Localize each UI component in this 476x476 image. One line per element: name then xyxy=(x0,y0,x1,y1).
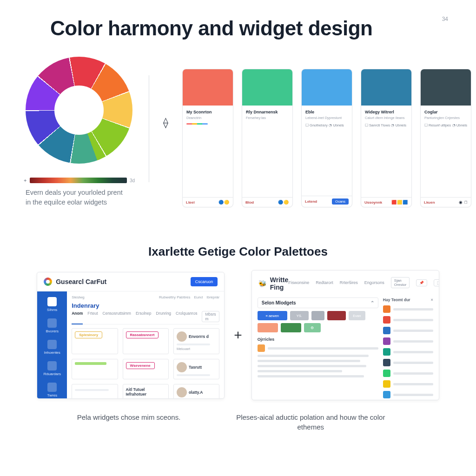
list-item[interactable] xyxy=(383,359,433,366)
list-item[interactable] xyxy=(383,327,433,334)
list-item[interactable] xyxy=(383,380,433,388)
color-chip[interactable] xyxy=(258,323,278,332)
card-swatch xyxy=(361,69,411,106)
grid-cell[interactable]: Tasrutt xyxy=(173,359,219,379)
app1-cta-button[interactable]: Cscaruon xyxy=(191,277,218,286)
sidebar-item[interactable]: Twres xyxy=(47,383,57,397)
sidebar-label: Twres xyxy=(47,393,57,397)
widget-card[interactable]: My Sconrton Deanctrin Lteel🔵🟡 xyxy=(182,69,233,207)
card-subtitle: Calurt dtern lnbnge ileans xyxy=(365,116,408,120)
list-item[interactable] xyxy=(383,305,433,313)
list-color-icon xyxy=(383,380,390,388)
section2-title: Ixarlette Getige Color Palettoes xyxy=(26,245,450,259)
sidebar-label: Inhoentes xyxy=(44,350,60,355)
list-color-icon xyxy=(383,327,390,334)
nav-link[interactable]: Rrteršires xyxy=(340,280,358,285)
sidebar-item[interactable]: Bvorers xyxy=(46,318,59,333)
list-color-icon xyxy=(383,305,390,313)
card-swatch xyxy=(242,69,292,106)
sidebar-icon xyxy=(47,340,57,349)
sidebar-item[interactable]: Inhoentes xyxy=(44,340,60,355)
meta-link[interactable]: Eund xyxy=(194,295,203,299)
widget-card[interactable]: Widegy Witrerl Calurt dtern lnbnge ilean… xyxy=(361,69,412,207)
tab[interactable]: Ersolnep xyxy=(136,311,152,322)
widget-card[interactable]: Eble Lebend-inet Dyprestont ☐ Gnothebsry… xyxy=(301,69,352,207)
tab[interactable]: Crolquanros xyxy=(176,311,197,322)
grid-cell[interactable]: Aitl Tutuel Iefrahotuer xyxy=(123,384,169,398)
sidebar-item[interactable]: Rduardars xyxy=(44,361,61,376)
color-chip[interactable] xyxy=(311,311,324,320)
example-app-2: 🐝 Writte Fing FiswonsineRedtarortRrterši… xyxy=(251,270,439,400)
card-footer: Ussoynnk🟥🟨🟦 xyxy=(361,197,411,207)
list-color-icon xyxy=(383,348,390,356)
tab[interactable]: Censosruttsimm xyxy=(103,311,131,322)
color-chip[interactable]: ≡ aewen xyxy=(258,311,287,320)
nav-pill[interactable]: Sjan Orestor xyxy=(391,277,410,288)
card-title: My Sconrton xyxy=(186,109,229,115)
tab[interactable]: Frteut xyxy=(87,311,98,322)
nav-link[interactable]: Engorsons xyxy=(364,280,384,285)
sidebar-icon xyxy=(47,318,57,328)
sidebar-label: Rduardars xyxy=(44,372,61,376)
meta-link[interactable]: Rubwettry Pabtires xyxy=(159,295,191,299)
card-progress xyxy=(186,123,208,125)
widget-card[interactable]: Rly Dnnarnensk Fersehey:las Btod🔵🟡 xyxy=(242,69,293,207)
nav-link[interactable]: Fiswonsine xyxy=(288,280,309,285)
list-item[interactable] xyxy=(383,316,433,324)
color-chip[interactable] xyxy=(327,311,346,320)
color-chip[interactable] xyxy=(281,323,301,332)
app2-section-title: Selon Mlodgets xyxy=(262,300,296,305)
app1-logo-icon xyxy=(44,278,52,286)
card-title: Eble xyxy=(305,109,348,115)
sidebar-label: Bvorers xyxy=(46,329,59,333)
close-icon[interactable]: × xyxy=(431,298,433,302)
card-line2: ☐ Resunf uttlpes xyxy=(424,123,451,128)
nav-link[interactable]: Redtarort xyxy=(316,280,333,285)
tab-more[interactable]: Mbsrs m xyxy=(202,311,219,322)
caption-right: Pleses-aical aductic polation and houw t… xyxy=(222,412,399,432)
plus-icon: + xyxy=(234,327,242,343)
grid-cell[interactable]: Splesinory xyxy=(72,328,118,354)
nav-pin-icon[interactable]: 📌 xyxy=(416,279,427,286)
gradient-bar[interactable] xyxy=(30,178,127,183)
color-wheel[interactable] xyxy=(26,57,132,164)
chevron-up-icon[interactable]: ⌃ xyxy=(370,300,374,305)
grid-cell[interactable]: Wsevenene xyxy=(123,359,169,379)
meta-link[interactable]: Ibreprár xyxy=(206,295,219,299)
grid-cell[interactable]: Envorrrs dMelooart xyxy=(173,328,219,354)
card-subtitle: Lebend-inet Dyprestont xyxy=(305,116,348,120)
grid-cell[interactable]: Rassabsnnert xyxy=(123,328,169,354)
arrow-icon: ⟠ xyxy=(163,117,168,129)
sidebar-item[interactable]: Slhms xyxy=(47,297,57,312)
tab[interactable]: Drunring xyxy=(156,311,172,322)
card-line2: ☐ Gnothebsry xyxy=(305,123,328,128)
grid-cell[interactable]: olatty.A xyxy=(173,384,219,398)
grid-cell[interactable] xyxy=(72,359,118,379)
grid-cell[interactable] xyxy=(72,384,118,398)
app1-pretitle: Sleslwg xyxy=(72,295,85,299)
list-color-icon xyxy=(383,359,390,366)
app2-brand: Writte Fing xyxy=(270,276,288,291)
page-title: Color harmony and widget design xyxy=(50,17,448,40)
color-chip[interactable]: ⚙ xyxy=(304,323,321,332)
avatar xyxy=(177,362,187,372)
gradient-left-icon: ✦ xyxy=(23,178,27,183)
tab[interactable]: Anom xyxy=(72,311,83,324)
list-item[interactable] xyxy=(383,391,433,398)
widget-card[interactable]: Coglar Pantoringlen Cnjerstes ☐ Resunf u… xyxy=(420,69,471,207)
list-color-icon xyxy=(383,316,390,324)
card-footer: Lteel🔵🟡 xyxy=(183,197,233,207)
list-item[interactable] xyxy=(383,348,433,356)
card-swatch xyxy=(421,69,471,106)
card-subtitle: Fersehey:las xyxy=(246,116,289,120)
app2-logo-icon: 🐝 xyxy=(258,280,266,287)
color-chip[interactable]: Evan xyxy=(349,311,365,320)
color-chip[interactable]: YS. xyxy=(290,311,309,320)
list-color-icon xyxy=(383,391,390,398)
list-item[interactable] xyxy=(383,337,433,345)
wheel-caption: Evern deals your yourloled prent in the … xyxy=(26,188,132,207)
card-subtitle: Pantoringlen Cnjerstes xyxy=(424,116,467,120)
list-item[interactable] xyxy=(383,370,433,377)
nav-badge[interactable]: ⬚ xyxy=(434,279,439,286)
sidebar-icon xyxy=(47,383,57,392)
